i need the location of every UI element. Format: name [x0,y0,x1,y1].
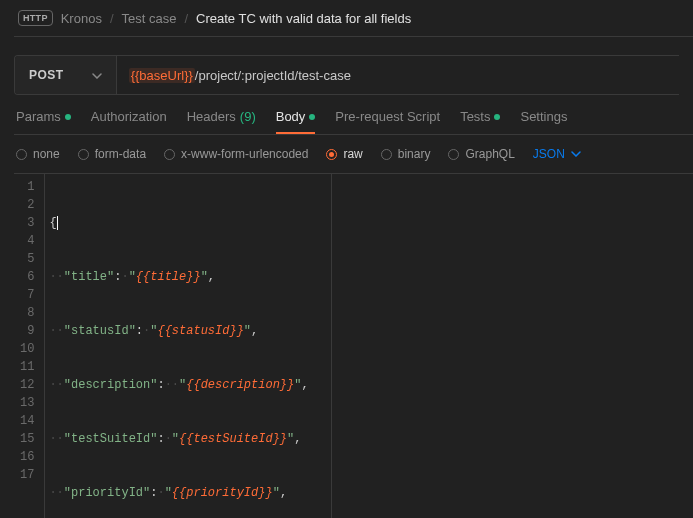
request-tabs: Params Authorization Headers (9) Body Pr… [0,95,693,134]
tab-body[interactable]: Body [276,109,316,124]
line-number: 7 [20,286,34,304]
request-row: POST {{baseUrl}}/project/:projectId/test… [14,55,679,95]
code-content[interactable]: { ··"title":·"{{title}}", ··"statusId":·… [45,174,332,518]
tab-headers-label: Headers [187,109,236,124]
radio-icon [448,149,459,160]
http-method-label: POST [29,68,64,82]
tab-tests[interactable]: Tests [460,109,500,124]
line-number: 14 [20,412,34,430]
status-dot-icon [65,114,71,120]
tab-pre-request[interactable]: Pre-request Script [335,109,440,124]
line-gutter: 1234567891011121314151617 [14,174,45,518]
line-number: 10 [20,340,34,358]
tab-params-label: Params [16,109,61,124]
breadcrumb: HTTP Kronos / Test case / Create TC with… [0,0,693,36]
line-number: 15 [20,430,34,448]
http-method-icon: HTTP [18,10,53,26]
body-type-graphql[interactable]: GraphQL [448,147,514,161]
url-variable: {{baseUrl}} [129,68,195,83]
line-number: 3 [20,214,34,232]
tab-tests-label: Tests [460,109,490,124]
line-number: 12 [20,376,34,394]
line-number: 1 [20,178,34,196]
line-number: 9 [20,322,34,340]
radio-icon [78,149,89,160]
text-cursor [57,216,58,230]
tab-headers-count: (9) [240,109,256,124]
code-editor[interactable]: 1234567891011121314151617 { ··"title":·"… [14,174,693,518]
body-type-urlencoded-label: x-www-form-urlencoded [181,147,308,161]
breadcrumb-separator: / [110,11,114,26]
breadcrumb-request[interactable]: Create TC with valid data for all fields [196,11,411,26]
chevron-down-icon [92,68,102,82]
status-dot-icon [309,114,315,120]
body-type-raw[interactable]: raw [326,147,362,161]
radio-checked-icon [326,149,337,160]
body-type-raw-label: raw [343,147,362,161]
http-method-select[interactable]: POST [15,56,117,94]
body-type-binary[interactable]: binary [381,147,431,161]
tab-params[interactable]: Params [16,109,71,124]
body-type-urlencoded[interactable]: x-www-form-urlencoded [164,147,308,161]
line-number: 2 [20,196,34,214]
body-type-row: none form-data x-www-form-urlencoded raw… [0,135,693,173]
radio-icon [381,149,392,160]
body-type-binary-label: binary [398,147,431,161]
body-type-graphql-label: GraphQL [465,147,514,161]
line-number: 6 [20,268,34,286]
body-language-label: JSON [533,147,565,161]
radio-icon [16,149,27,160]
chevron-down-icon [571,151,581,157]
line-number: 8 [20,304,34,322]
tab-authorization[interactable]: Authorization [91,109,167,124]
breadcrumb-folder[interactable]: Test case [122,11,177,26]
tab-body-label: Body [276,109,306,124]
body-language-select[interactable]: JSON [533,147,581,161]
line-number: 11 [20,358,34,376]
tab-settings[interactable]: Settings [520,109,567,124]
body-type-none-label: none [33,147,60,161]
line-number: 16 [20,448,34,466]
line-number: 13 [20,394,34,412]
url-path: /project/:projectId/test-case [195,68,351,83]
body-type-form-data[interactable]: form-data [78,147,146,161]
line-number: 17 [20,466,34,484]
line-number: 4 [20,232,34,250]
body-type-form-data-label: form-data [95,147,146,161]
status-dot-icon [494,114,500,120]
body-type-none[interactable]: none [16,147,60,161]
breadcrumb-separator: / [184,11,188,26]
tab-headers[interactable]: Headers (9) [187,109,256,124]
breadcrumb-collection[interactable]: Kronos [61,11,102,26]
radio-icon [164,149,175,160]
line-number: 5 [20,250,34,268]
request-url-input[interactable]: {{baseUrl}}/project/:projectId/test-case [117,56,679,94]
divider [14,36,693,37]
